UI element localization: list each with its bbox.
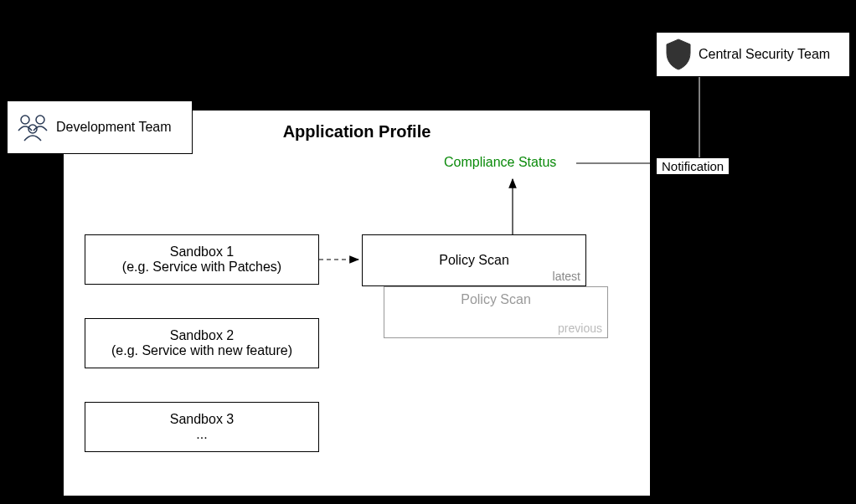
policyscan-to-compliance-arrow	[0, 0, 856, 504]
